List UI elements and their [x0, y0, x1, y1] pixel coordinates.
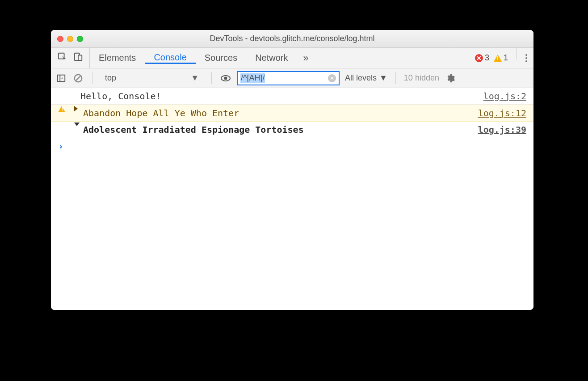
- log-message: Abandon Hope All Ye Who Enter: [80, 106, 478, 120]
- filter-value: /^[AH]/: [240, 73, 265, 83]
- execution-context-selector[interactable]: top ▼: [101, 73, 203, 83]
- clear-console-icon[interactable]: [72, 72, 84, 84]
- live-expression-icon[interactable]: [220, 72, 231, 84]
- warning-icon: [58, 106, 65, 112]
- divider: [211, 72, 212, 84]
- console-output: Hello, Console! log.js:2 Abandon Hope Al…: [51, 88, 533, 310]
- hidden-count[interactable]: 10 hidden: [404, 73, 439, 83]
- tab-console[interactable]: Console: [145, 52, 195, 64]
- warning-icon: [494, 55, 502, 62]
- context-label: top: [105, 73, 116, 83]
- device-toolbar-icon[interactable]: [73, 52, 83, 64]
- divider: [92, 72, 92, 84]
- more-options-button[interactable]: [519, 48, 533, 68]
- log-level-selector[interactable]: All levels ▼: [345, 73, 387, 83]
- log-row[interactable]: Adolescent Irradiated Espionage Tortoise…: [51, 122, 533, 138]
- tab-network[interactable]: Network: [246, 53, 297, 63]
- warning-count[interactable]: 1: [494, 53, 508, 63]
- chevron-down-icon: ▼: [191, 73, 199, 83]
- console-toolbar: top ▼ /^[AH]/ ✕ All levels ▼ 10 hidden: [51, 68, 533, 88]
- disclosure-right-icon[interactable]: [74, 106, 78, 111]
- divider: [395, 72, 396, 84]
- filter-input[interactable]: /^[AH]/ ✕: [237, 71, 340, 85]
- console-sidebar-toggle-icon[interactable]: [55, 72, 67, 84]
- window-title: DevTools - devtools.glitch.me/console/lo…: [51, 34, 533, 43]
- log-message: Hello, Console!: [80, 89, 483, 103]
- log-source-link[interactable]: log.js:39: [478, 123, 526, 137]
- console-prompt[interactable]: ›: [51, 138, 533, 154]
- devtools-window: DevTools - devtools.glitch.me/console/lo…: [51, 30, 533, 310]
- svg-rect-2: [78, 55, 82, 60]
- error-count[interactable]: ✕ 3: [475, 53, 489, 63]
- console-settings-icon[interactable]: [445, 72, 456, 84]
- svg-point-6: [224, 76, 227, 80]
- chevron-down-icon: ▼: [379, 73, 387, 83]
- clear-filter-icon[interactable]: ✕: [328, 74, 336, 82]
- more-tabs-button[interactable]: »: [297, 48, 315, 68]
- log-source-link[interactable]: log.js:12: [478, 106, 526, 120]
- status-counters: ✕ 3 1: [470, 48, 513, 68]
- log-row[interactable]: Hello, Console! log.js:2: [51, 88, 533, 105]
- tab-sources[interactable]: Sources: [196, 53, 246, 63]
- devtools-tabs: Elements Console Sources Network » ✕ 3 1: [51, 48, 533, 68]
- inspect-element-icon[interactable]: [57, 52, 67, 64]
- disclosure-down-icon[interactable]: [74, 123, 80, 126]
- titlebar: DevTools - devtools.glitch.me/console/lo…: [51, 30, 533, 48]
- log-message: Adolescent Irradiated Espionage Tortoise…: [80, 123, 478, 137]
- tab-elements[interactable]: Elements: [90, 53, 145, 63]
- log-row[interactable]: Abandon Hope All Ye Who Enter log.js:12: [51, 105, 533, 122]
- error-count-value: 3: [485, 53, 489, 63]
- divider: [516, 48, 517, 59]
- error-icon: ✕: [475, 54, 483, 62]
- warning-count-value: 1: [504, 53, 508, 63]
- levels-label: All levels: [345, 73, 377, 83]
- log-source-link[interactable]: log.js:2: [483, 89, 526, 103]
